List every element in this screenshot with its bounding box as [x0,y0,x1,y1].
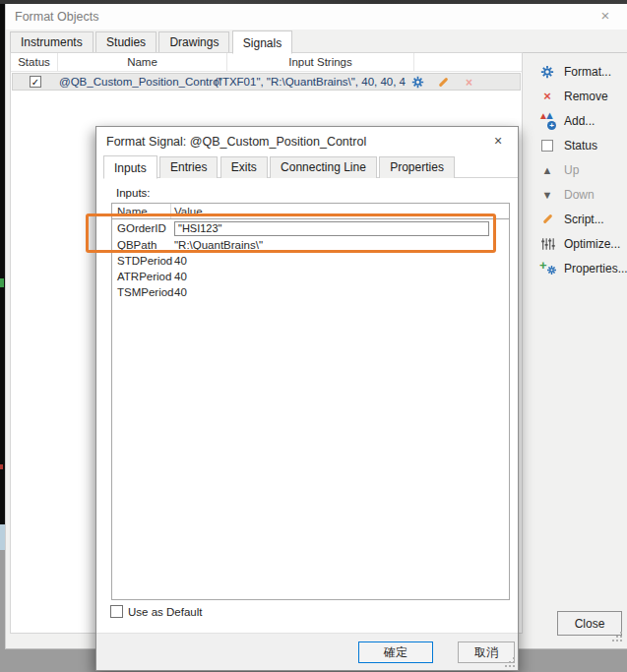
arrow-down-icon: ▼ [539,187,555,203]
action-label: Down [564,188,595,202]
tab-properties[interactable]: Properties [379,156,455,178]
dialog-title: Format Signal: @QB_Custom_Position_Contr… [106,135,366,149]
inputs-section-label: Inputs: [116,187,151,199]
resize-grip[interactable] [505,657,515,667]
action-label: Format... [564,65,611,79]
chart-green-mark [0,278,4,287]
tab-entries[interactable]: Entries [159,156,218,178]
input-value: 40 [171,271,509,282]
input-name: QBPath [112,239,171,251]
format-signal-dialog: Format Signal: @QB_Custom_Position_Contr… [95,126,519,671]
action-label: Status [564,139,597,153]
add-icon: ▲ ▲ + [539,113,555,129]
delete-x-icon[interactable]: × [462,75,476,90]
script-button[interactable]: Script... [533,207,627,231]
tab-signals[interactable]: Signals [232,31,292,54]
input-row-gorderid[interactable]: GOrderID [112,219,509,237]
action-label: Up [564,163,579,177]
outer-tabstrip: Instruments Studies Drawings Signals [10,31,627,53]
dialog-footer: 確定 取消 [96,633,518,670]
action-label: Script... [564,213,604,226]
column-header-input-strings[interactable]: Input Strings [227,53,414,71]
input-value: 40 [171,255,509,267]
input-name: GOrderID [112,222,171,234]
ok-button[interactable]: 確定 [358,641,433,663]
column-header-name[interactable]: Name [58,53,227,71]
plus-gear-icon: + [539,261,555,276]
signal-name: @QB_Custom_Position_Control [59,76,221,88]
input-name: TSMPeriod [112,286,171,298]
remove-x-icon: × [539,89,555,104]
close-icon[interactable]: × [490,133,506,149]
inputs-table: Name Value GOrderID QBPath "R:\QuantBrai… [111,203,510,600]
input-name: ATRPeriod [112,271,171,282]
input-value: 40 [171,286,509,298]
gorderid-value-input[interactable] [174,221,489,236]
tab-studies[interactable]: Studies [95,31,157,53]
gear-icon [539,64,555,80]
up-button[interactable]: ▲ Up [533,157,627,182]
dialog-title: Format Objects [15,10,98,24]
add-button[interactable]: ▲ ▲ + Add... [533,108,627,133]
column-header-status[interactable]: Status [11,53,58,71]
tab-drawings[interactable]: Drawings [158,31,229,53]
tab-inputs[interactable]: Inputs [103,155,157,179]
down-button[interactable]: ▼ Down [533,182,627,207]
properties-button[interactable]: + Properties... [533,256,627,280]
checkbox-icon[interactable] [110,605,123,618]
input-row-atrperiod[interactable]: ATRPeriod 40 [112,269,509,284]
resize-grip[interactable] [612,632,622,641]
pencil-icon [539,212,555,227]
input-name: STDPeriod [112,255,171,267]
format-signal-titlebar[interactable]: Format Signal: @QB_Custom_Position_Contr… [96,127,518,155]
format-gear-icon[interactable] [410,75,425,90]
signal-input-strings: ("TXF01", "R:\QuantBrains\", 40, 40, 4 [215,76,406,88]
tab-exits[interactable]: Exits [220,156,268,178]
sliders-icon [539,236,555,252]
edit-pencil-icon[interactable] [436,75,451,90]
input-row-stdperiod[interactable]: STDPeriod 40 [112,253,509,269]
use-as-default-label: Use as Default [128,606,202,618]
column-header-blank [414,53,522,71]
action-label: Properties... [564,262,627,275]
inner-tabstrip: Inputs Entries Exits Connecting Line Pro… [103,155,518,178]
action-label: Optimize... [564,237,620,251]
tab-connecting-line[interactable]: Connecting Line [270,156,377,178]
column-header-value[interactable]: Value [171,204,509,218]
inputs-table-header: Name Value [112,204,509,219]
remove-button[interactable]: × Remove [533,84,627,108]
input-row-qbpath[interactable]: QBPath "R:\QuantBrains\" [112,237,509,253]
chart-red-mark [0,464,3,469]
arrow-up-icon: ▲ [539,162,555,178]
tab-instruments[interactable]: Instruments [10,31,94,53]
format-objects-titlebar[interactable]: Format Objects × [6,4,627,30]
input-value: "R:\QuantBrains\" [171,239,509,251]
input-row-tsmperiod[interactable]: TSMPeriod 40 [112,284,509,300]
action-label: Add... [564,114,595,128]
table-row[interactable]: ✓ @QB_Custom_Position_Control ("TXF01", … [12,73,521,91]
column-header-name[interactable]: Name [112,204,171,218]
format-button[interactable]: Format... [533,59,627,84]
action-label: Remove [564,90,608,103]
status-button[interactable]: Status [533,133,627,157]
status-checkbox-icon [539,138,555,153]
signal-status-checkbox[interactable]: ✓ [30,76,41,88]
action-panel: Format... × Remove ▲ ▲ + Add... Status ▲… [533,59,627,280]
use-as-default-checkbox[interactable]: Use as Default [110,605,202,618]
close-icon[interactable]: × [597,8,613,24]
listbox-header: Status Name Input Strings [11,53,522,72]
optimize-button[interactable]: Optimize... [533,231,627,256]
